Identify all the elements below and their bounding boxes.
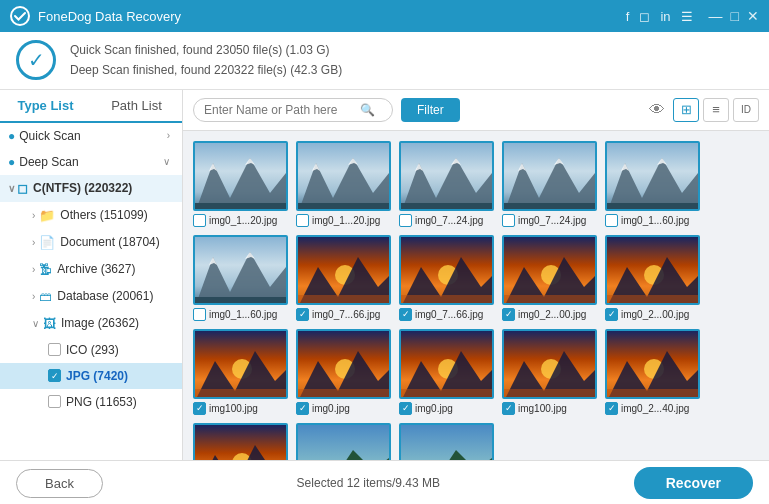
- recover-button[interactable]: Recover: [634, 467, 753, 499]
- tab-type-list[interactable]: Type List: [0, 90, 91, 123]
- sidebar-item-others[interactable]: › 📁 Others (151099): [0, 202, 182, 229]
- list-view-icon[interactable]: ≡: [703, 98, 729, 122]
- image-thumbnail[interactable]: [296, 329, 391, 399]
- sidebar-item-deep-scan[interactable]: ● Deep Scan ∨: [0, 149, 182, 175]
- png-checkbox[interactable]: [48, 395, 61, 408]
- tab-path-list[interactable]: Path List: [91, 90, 182, 121]
- image-filename: img0_1...20.jpg: [312, 215, 380, 226]
- image-checkbox[interactable]: [399, 214, 412, 227]
- image-filename: img0_2...00.jpg: [621, 309, 689, 320]
- sidebar-item-archive[interactable]: › 🗜 Archive (3627): [0, 256, 182, 283]
- sidebar-item-document[interactable]: › 📄 Document (18704): [0, 229, 182, 256]
- image-checkbox[interactable]: ✓: [399, 402, 412, 415]
- list-item: ✓img2.jpg: [399, 423, 494, 460]
- image-label-row: ✓img0_7...66.jpg: [296, 308, 391, 321]
- image-thumbnail[interactable]: [296, 141, 391, 211]
- close-button[interactable]: ✕: [747, 8, 759, 24]
- image-thumbnail[interactable]: [399, 423, 494, 460]
- image-thumbnail[interactable]: [605, 235, 700, 305]
- svg-rect-10: [298, 203, 391, 211]
- list-item: ✓img0.jpg: [399, 329, 494, 415]
- search-box[interactable]: 🔍: [193, 98, 393, 122]
- image-thumbnail[interactable]: [399, 141, 494, 211]
- maximize-button[interactable]: □: [731, 8, 739, 24]
- image-checkbox[interactable]: [296, 214, 309, 227]
- svg-rect-71: [298, 425, 391, 460]
- app-logo: [10, 6, 30, 26]
- image-label-row: ✓img100.jpg: [502, 402, 597, 415]
- image-filename: img0.jpg: [312, 403, 350, 414]
- image-checkbox[interactable]: ✓: [605, 308, 618, 321]
- view-icons: 👁 ⊞ ≡ ID: [649, 98, 759, 122]
- image-thumbnail[interactable]: [399, 235, 494, 305]
- sidebar-item-jpg[interactable]: ✓ JPG (7420): [0, 363, 182, 389]
- image-thumbnail[interactable]: [193, 329, 288, 399]
- sidebar-item-database[interactable]: › 🗃 Database (20061): [0, 283, 182, 310]
- list-item: ✓img0.jpg: [296, 329, 391, 415]
- sidebar-item-image[interactable]: ∨ 🖼 Image (26362): [0, 310, 182, 337]
- image-checkbox[interactable]: [193, 214, 206, 227]
- sidebar-item-cntfs[interactable]: ∨ ◻ C(NTFS) (220322): [0, 175, 182, 202]
- list-item: ✓img102.jpg: [296, 423, 391, 460]
- minimize-button[interactable]: —: [709, 8, 723, 24]
- list-item: img0_1...60.jpg: [193, 235, 288, 321]
- image-label-row: ✓img100.jpg: [193, 402, 288, 415]
- jpg-checkbox[interactable]: ✓: [48, 369, 61, 382]
- deep-scan-result: Deep Scan finished, found 220322 file(s)…: [70, 60, 342, 80]
- folder-icon: 📁: [39, 208, 55, 223]
- facebook-icon[interactable]: f: [626, 9, 630, 24]
- image-checkbox[interactable]: ✓: [605, 402, 618, 415]
- image-checkbox[interactable]: ✓: [502, 402, 515, 415]
- sidebar-item-quick-scan[interactable]: ● Quick Scan ›: [0, 123, 182, 149]
- image-label-row: ✓img0_7...66.jpg: [399, 308, 494, 321]
- image-checkbox[interactable]: [193, 308, 206, 321]
- sidebar-tabs: Type List Path List: [0, 90, 182, 123]
- image-checkbox[interactable]: ✓: [502, 308, 515, 321]
- image-thumbnail[interactable]: [605, 141, 700, 211]
- back-button[interactable]: Back: [16, 469, 103, 498]
- image-label-row: ✓img0.jpg: [399, 402, 494, 415]
- image-thumbnail[interactable]: [605, 329, 700, 399]
- ico-checkbox[interactable]: [48, 343, 61, 356]
- database-label: Database (20061): [57, 289, 153, 303]
- linkedin-icon[interactable]: in: [660, 9, 670, 24]
- image-label-row: img0_1...60.jpg: [605, 214, 700, 227]
- filter-button[interactable]: Filter: [401, 98, 460, 122]
- image-checkbox[interactable]: ✓: [296, 308, 309, 321]
- image-thumbnail[interactable]: [193, 235, 288, 305]
- grid-view-icon[interactable]: ⊞: [673, 98, 699, 122]
- social-icons: f ◻ in ☰: [626, 9, 693, 24]
- image-thumbnail[interactable]: [193, 423, 288, 460]
- chat-icon[interactable]: ◻: [639, 9, 650, 24]
- image-checkbox[interactable]: ✓: [296, 402, 309, 415]
- image-thumbnail[interactable]: [296, 423, 391, 460]
- image-thumbnail[interactable]: [193, 141, 288, 211]
- ico-label: ICO (293): [66, 343, 119, 357]
- check-mark: ✓: [51, 371, 59, 381]
- menu-icon[interactable]: ☰: [681, 9, 693, 24]
- image-checkbox[interactable]: ✓: [193, 402, 206, 415]
- image-filename: img0_7...24.jpg: [415, 215, 483, 226]
- image-thumbnail[interactable]: [296, 235, 391, 305]
- scan-complete-icon: ✓: [16, 40, 56, 80]
- scan-info: ✓ Quick Scan finished, found 23050 file(…: [0, 32, 769, 90]
- bottom-bar: Back Selected 12 items/9.43 MB Recover: [0, 460, 769, 504]
- search-input[interactable]: [204, 103, 354, 117]
- svg-rect-15: [401, 203, 494, 211]
- sidebar-item-png[interactable]: PNG (11653): [0, 389, 182, 415]
- archive-label: Archive (3627): [57, 262, 135, 276]
- image-checkbox[interactable]: [605, 214, 618, 227]
- image-thumbnail[interactable]: [399, 329, 494, 399]
- image-thumbnail[interactable]: [502, 329, 597, 399]
- image-checkbox[interactable]: [502, 214, 515, 227]
- image-label-row: img0_7...24.jpg: [502, 214, 597, 227]
- image-filename: img0_2...00.jpg: [518, 309, 586, 320]
- sidebar-item-ico[interactable]: ICO (293): [0, 337, 182, 363]
- image-thumbnail[interactable]: [502, 141, 597, 211]
- detail-view-icon[interactable]: ID: [733, 98, 759, 122]
- eye-icon[interactable]: 👁: [649, 101, 665, 119]
- image-checkbox[interactable]: ✓: [399, 308, 412, 321]
- sidebar: Type List Path List ● Quick Scan › ● Dee…: [0, 90, 183, 460]
- svg-rect-58: [401, 389, 494, 399]
- image-thumbnail[interactable]: [502, 235, 597, 305]
